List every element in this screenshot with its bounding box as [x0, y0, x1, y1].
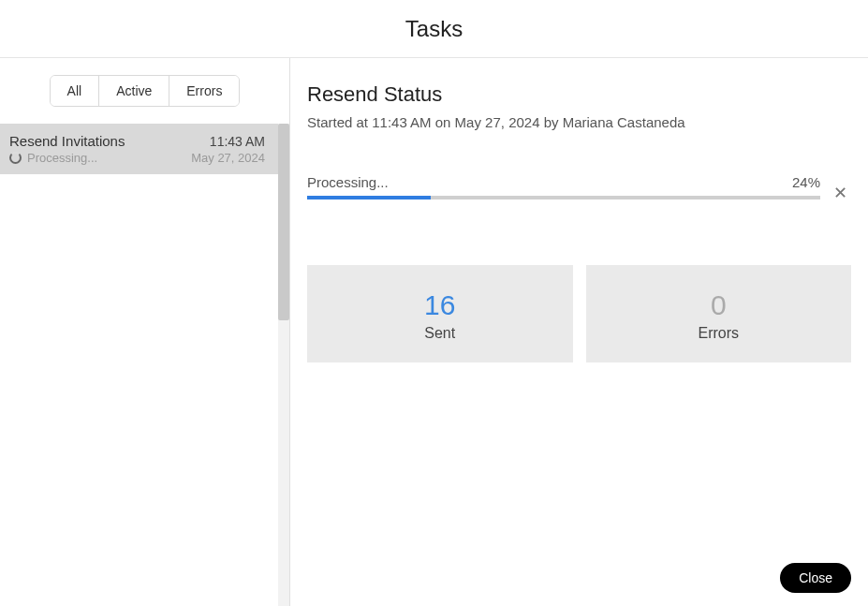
detail-title: Resend Status	[307, 82, 851, 107]
progress-percent: 24%	[792, 174, 820, 190]
sidebar: All Active Errors Resend Invitations 11:…	[0, 58, 290, 606]
progress-bar	[307, 196, 820, 200]
progress-label: Processing...	[307, 174, 389, 190]
stat-sent-value: 16	[316, 289, 564, 321]
page-header: Tasks	[0, 0, 868, 58]
stat-errors-label: Errors	[596, 325, 843, 342]
sidebar-scrollbar-thumb[interactable]	[278, 124, 289, 320]
filter-row: All Active Errors	[0, 58, 289, 124]
stat-sent-label: Sent	[316, 325, 564, 342]
stat-sent-card: 16 Sent	[307, 265, 573, 362]
stats-row: 16 Sent 0 Errors	[307, 265, 851, 362]
filter-all-button[interactable]: All	[51, 76, 100, 106]
task-name: Resend Invitations	[9, 133, 125, 149]
filter-errors-button[interactable]: Errors	[169, 76, 239, 106]
page-body: All Active Errors Resend Invitations 11:…	[0, 58, 868, 606]
close-button[interactable]: Close	[780, 563, 851, 593]
main-panel: Resend Status Started at 11:43 AM on May…	[290, 58, 868, 606]
page-title: Tasks	[405, 16, 463, 42]
spinner-icon	[9, 152, 22, 164]
filter-active-button[interactable]: Active	[99, 76, 169, 106]
task-status: Processing...	[27, 151, 97, 165]
stat-errors-value: 0	[596, 289, 843, 321]
detail-subtitle: Started at 11:43 AM on May 27, 2024 by M…	[307, 114, 851, 130]
task-item[interactable]: Resend Invitations 11:43 AM Processing..…	[0, 124, 278, 174]
task-time: 11:43 AM	[210, 134, 265, 149]
close-icon[interactable]: ✕	[830, 181, 851, 205]
sidebar-scrollbar[interactable]	[278, 124, 289, 606]
filter-group: All Active Errors	[50, 75, 241, 107]
stat-errors-card: 0 Errors	[586, 265, 852, 362]
progress-fill	[307, 196, 431, 200]
task-date: May 27, 2024	[191, 151, 265, 165]
progress-section: Processing... 24% ✕	[307, 168, 851, 205]
task-list: Resend Invitations 11:43 AM Processing..…	[0, 124, 289, 606]
